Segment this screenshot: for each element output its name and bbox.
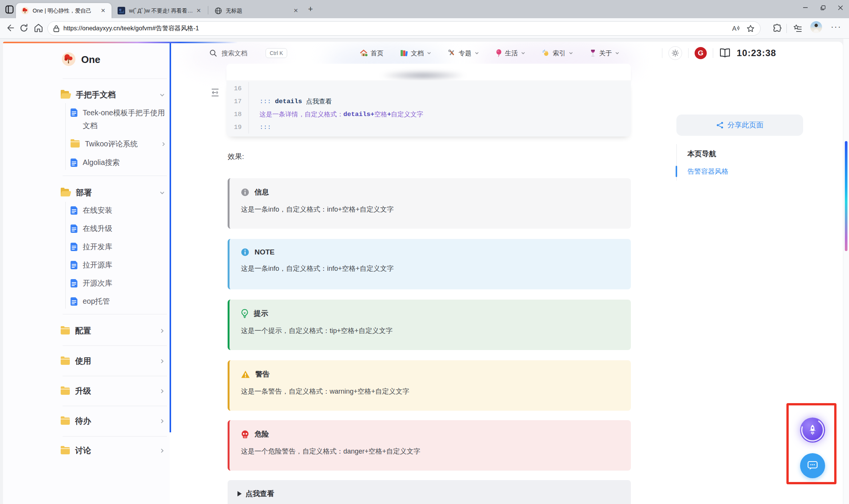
site-logo-text[interactable]: One — [81, 54, 101, 66]
site-logo-avatar[interactable] — [62, 52, 75, 66]
share-page-button[interactable]: 分享此页面 — [676, 115, 803, 136]
doc-icon — [71, 225, 77, 233]
sidebar-divider — [63, 176, 167, 176]
folder-icon — [61, 358, 70, 365]
nav-item-docs[interactable]: 文档 — [400, 49, 431, 58]
favorite-star-icon[interactable] — [746, 24, 755, 33]
toolbar-divider — [786, 24, 787, 33]
home-button[interactable] — [33, 23, 44, 33]
tab-title: w(ﾟДﾟ)w 不要走! 再看看嘛! — [129, 7, 194, 14]
browser-tab-1[interactable]: One | 明心静性，爱自己 ✕ — [16, 3, 112, 18]
sidebar-divider — [63, 436, 167, 436]
books-emoji-icon — [400, 49, 408, 57]
tab-close-icon[interactable]: ✕ — [98, 6, 108, 15]
sidebar-section-usage[interactable]: 使用 — [61, 356, 165, 366]
page-scrollbar-track[interactable] — [843, 39, 849, 504]
sidebar-collapse-icon[interactable] — [211, 88, 219, 97]
sidebar-divider — [63, 406, 167, 406]
line-number: 18 — [226, 111, 248, 118]
sidebar-item-online-upgrade[interactable]: 在线升级 — [71, 223, 112, 234]
sidebar-section-todo[interactable]: 待办 — [61, 416, 165, 426]
nav-item-life[interactable]: 生活 — [496, 49, 525, 58]
browser-tab-3[interactable]: 无标题 ✕ — [210, 3, 303, 18]
chevron-down-icon — [615, 51, 619, 55]
sidebar-section-upgrade[interactable]: 升级 — [61, 386, 165, 396]
sidebar-item-online-install[interactable]: 在线安装 — [71, 205, 112, 215]
folder-icon — [61, 447, 70, 454]
details-container[interactable]: 点我查看 — [228, 480, 631, 504]
tab-close-icon[interactable]: ✕ — [291, 6, 300, 15]
minimize-button[interactable] — [797, 2, 814, 14]
chevron-right-icon — [159, 388, 165, 394]
browser-menu-icon[interactable]: ··· — [831, 22, 841, 32]
page-scrollbar-thumb[interactable] — [845, 141, 847, 251]
chevron-right-icon — [161, 141, 166, 147]
sidebar-section-config[interactable]: 配置 — [61, 325, 165, 336]
favorites-bar-icon[interactable] — [793, 24, 802, 33]
doc-search-button[interactable]: 搜索文档 Ctrl K — [209, 42, 287, 64]
sidebar-item-eop-hosting[interactable]: eop托管 — [71, 296, 110, 306]
effect-label: 效果: — [228, 152, 244, 162]
tree-guide-line — [65, 103, 66, 170]
sidebar-divider — [63, 79, 167, 79]
sidebar-item-twikoo[interactable]: Twikoo评论系统 — [71, 139, 166, 149]
code-block: 16 17 ::: details 点我查看 18 这是一条详情，自定义格式：d… — [226, 80, 631, 137]
read-aloud-icon[interactable]: A — [732, 24, 741, 33]
balloon-emoji-icon — [496, 49, 502, 57]
clock-display: 10:23:38 — [737, 48, 776, 58]
sidebar-divider — [63, 376, 167, 376]
sidebar-item-pull-source-repo[interactable]: 拉开源库 — [71, 260, 112, 270]
globe-favicon — [215, 7, 222, 14]
sidebar-divider — [63, 345, 167, 346]
line-number: 16 — [226, 85, 248, 92]
back-button[interactable] — [5, 23, 15, 33]
warning-triangle-icon — [241, 370, 250, 378]
folder-icon — [61, 418, 70, 425]
details-summary-label: 点我查看 — [245, 489, 274, 499]
close-window-button[interactable] — [832, 2, 849, 14]
tree-favicon — [21, 7, 29, 14]
book-reader-icon[interactable] — [719, 48, 731, 58]
gitee-icon[interactable]: G — [695, 47, 707, 59]
nav-item-home[interactable]: 首页 — [360, 49, 384, 58]
tab-divider — [208, 6, 208, 14]
doc-icon — [71, 206, 77, 215]
browser-tab-2[interactable]: w(ﾟДﾟ)w 不要走! 再看看嘛! ✕ — [113, 3, 206, 18]
folder-open-icon — [61, 189, 71, 196]
search-shortcut-badge: Ctrl K — [266, 48, 287, 58]
extensions-icon[interactable] — [772, 24, 782, 33]
nav-item-index[interactable]: 索引 — [542, 49, 573, 58]
chevron-right-icon — [159, 358, 165, 364]
tab-close-icon[interactable]: ✕ — [194, 6, 203, 15]
sidebar-section-discuss[interactable]: 讨论 — [61, 445, 165, 456]
maximize-button[interactable] — [814, 2, 832, 14]
sidebar-item-pull-dev-repo[interactable]: 拉开发库 — [71, 242, 112, 252]
alert-danger: 危险 这是一个危险警告，自定义格式：danger+空格+自定义文字 — [228, 420, 631, 471]
sidebar-item-algolia[interactable]: Algolia搜索 — [71, 157, 120, 168]
address-bar[interactable]: https://onedayxyy.cn/teek/gofvm#告警容器风格-1… — [47, 21, 761, 36]
info-circle-icon — [241, 188, 249, 196]
share-label: 分享此页面 — [728, 120, 764, 130]
banner-smudge — [379, 71, 467, 80]
alert-note: NOTE 这是一条info，自定义格式：info+空格+自定义文字 — [228, 239, 631, 289]
profile-avatar[interactable] — [810, 21, 822, 33]
refresh-button[interactable] — [19, 23, 29, 33]
chevron-right-icon — [159, 418, 165, 424]
sidebar-item-teek-one-doc[interactable]: Teek-one模板手把手使用文档 — [71, 106, 165, 132]
tools-emoji-icon — [448, 49, 456, 57]
chevron-right-icon — [159, 448, 165, 454]
new-tab-button[interactable]: + — [308, 4, 313, 14]
doc-icon — [71, 159, 77, 167]
toc-link-alert-style[interactable]: 告警容器风格 — [687, 167, 728, 176]
sidebar-section-deploy[interactable]: 部署 — [61, 187, 165, 198]
sidebar-content-divider — [170, 43, 171, 432]
chevron-down-icon — [159, 92, 165, 98]
svg-text:A: A — [732, 25, 737, 32]
sidebar-item-opensource-repo[interactable]: 开源次库 — [71, 278, 112, 288]
theme-toggle-button[interactable] — [668, 46, 682, 60]
line-number: 19 — [226, 124, 248, 131]
nav-item-about[interactable]: 关于 — [590, 49, 619, 58]
workspaces-icon[interactable] — [5, 5, 14, 14]
sidebar-section-docs[interactable]: 手把手文档 — [61, 89, 165, 100]
nav-item-topics[interactable]: 专题 — [448, 49, 479, 58]
